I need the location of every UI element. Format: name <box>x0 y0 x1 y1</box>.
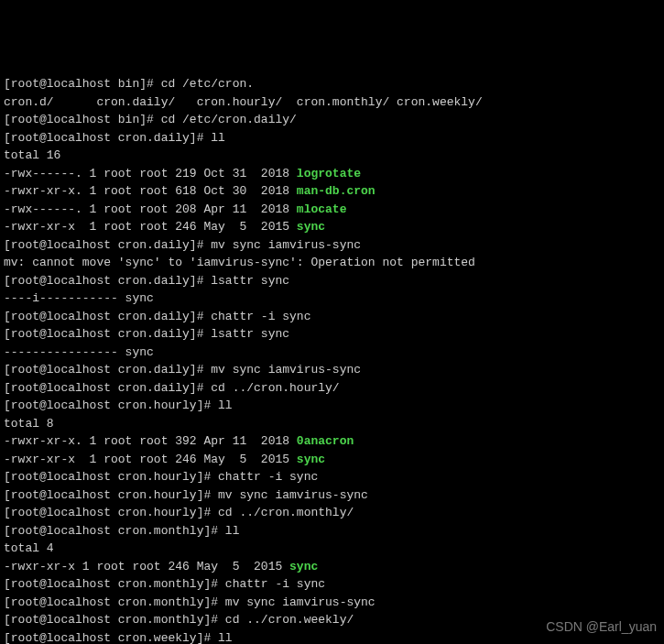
terminal-text: total 8 <box>4 417 54 431</box>
terminal-text: [root@localhost cron.monthly]# cd ../cro… <box>4 613 354 627</box>
terminal-text: [root@localhost cron.monthly]# chattr -i… <box>4 577 325 591</box>
terminal-text: -rwxr-xr-x 1 root root 246 May 5 2015 <box>4 453 297 466</box>
terminal-line: total 8 <box>4 415 660 433</box>
terminal-line: -rwx------. 1 root root 208 Apr 11 2018 … <box>4 201 660 219</box>
terminal-line: [root@localhost cron.hourly]# chattr -i … <box>4 468 660 486</box>
terminal-line: ---------------- sync <box>4 344 660 362</box>
terminal-text: [root@localhost cron.daily]# mv sync iam… <box>4 363 361 377</box>
terminal-line: [root@localhost cron.monthly]# ll <box>4 522 660 540</box>
filename-highlight: sync <box>297 453 325 466</box>
terminal-text: -rwx------. 1 root root 219 Oct 31 2018 <box>4 167 297 180</box>
terminal-line: -rwxr-xr-x 1 root root 246 May 5 2015 sy… <box>4 451 660 469</box>
terminal-line: -rwxr-xr-x 1 root root 246 May 5 2015 sy… <box>4 558 660 576</box>
terminal-line: [root@localhost cron.daily]# lsattr sync <box>4 272 660 290</box>
terminal-text: total 16 <box>4 148 60 162</box>
filename-highlight: sync <box>289 560 318 573</box>
terminal-text: [root@localhost cron.monthly]# mv sync i… <box>4 595 376 609</box>
terminal-line: cron.d/ cron.daily/ cron.hourly/ cron.mo… <box>4 93 660 112</box>
terminal-text: -rwx------. 1 root root 208 Apr 11 2018 <box>4 202 297 216</box>
terminal-text: [root@localhost bin]# cd /etc/cron. <box>4 77 254 91</box>
terminal-text: [root@localhost cron.hourly]# ll <box>4 398 233 412</box>
terminal-line: [root@localhost bin]# cd /etc/cron.daily… <box>4 111 660 129</box>
terminal-text: -rwxr-xr-x 1 root root 246 May 5 2015 <box>4 560 289 573</box>
terminal-line: ----i----------- sync <box>4 289 660 308</box>
terminal-text: -rwxr-xr-x. 1 root root 618 Oct 30 2018 <box>4 184 297 198</box>
terminal-text: [root@localhost cron.hourly]# mv sync ia… <box>4 488 368 502</box>
terminal-text: [root@localhost cron.daily]# cd ../cron.… <box>4 381 340 395</box>
terminal-text: -rwxr-xr-x 1 root root 246 May 5 2015 <box>4 220 297 234</box>
terminal-line: total 4 <box>4 540 660 558</box>
terminal-line: -rwxr-xr-x. 1 root root 392 Apr 11 2018 … <box>4 432 660 451</box>
terminal-text: [root@localhost cron.daily]# lsattr sync <box>4 327 289 341</box>
terminal-text: [root@localhost cron.daily]# mv sync iam… <box>4 238 361 252</box>
terminal-line: [root@localhost cron.monthly]# mv sync i… <box>4 594 660 612</box>
terminal-line: [root@localhost cron.daily]# ll <box>4 129 660 147</box>
filename-highlight: logrotate <box>297 167 361 180</box>
watermark: CSDN @Earl_yuan <box>546 617 657 637</box>
terminal-line: [root@localhost cron.daily]# chattr -i s… <box>4 308 660 326</box>
terminal-line: -rwxr-xr-x 1 root root 246 May 5 2015 sy… <box>4 218 660 236</box>
filename-highlight: 0anacron <box>297 434 354 448</box>
terminal-line: [root@localhost cron.daily]# mv sync iam… <box>4 361 660 379</box>
terminal-line: [root@localhost cron.hourly]# cd ../cron… <box>4 504 660 522</box>
terminal-text: [root@localhost bin]# cd /etc/cron.daily… <box>4 113 297 126</box>
terminal-line: [root@localhost cron.daily]# cd ../cron.… <box>4 379 660 398</box>
terminal-line: total 16 <box>4 147 660 165</box>
terminal-line: [root@localhost cron.daily]# mv sync iam… <box>4 236 660 255</box>
terminal-line: [root@localhost cron.hourly]# mv sync ia… <box>4 486 660 505</box>
terminal-text: total 4 <box>4 541 54 555</box>
terminal-text: -rwxr-xr-x. 1 root root 392 Apr 11 2018 <box>4 434 297 448</box>
terminal-line: -rwx------. 1 root root 219 Oct 31 2018 … <box>4 165 660 183</box>
terminal-text: [root@localhost cron.daily]# ll <box>4 131 225 145</box>
terminal-text: ----i----------- sync <box>4 291 154 305</box>
terminal-text: [root@localhost cron.daily]# lsattr sync <box>4 274 289 288</box>
terminal-text: [root@localhost cron.daily]# chattr -i s… <box>4 310 310 323</box>
terminal-text: cron.d/ cron.daily/ cron.hourly/ cron.mo… <box>4 95 483 109</box>
terminal-line: [root@localhost bin]# cd /etc/cron. <box>4 75 660 93</box>
filename-highlight: mlocate <box>297 202 347 216</box>
terminal-output[interactable]: [root@localhost bin]# cd /etc/cron.cron.… <box>4 75 660 644</box>
terminal-text: [root@localhost cron.hourly]# cd ../cron… <box>4 506 354 519</box>
terminal-line: -rwxr-xr-x. 1 root root 618 Oct 30 2018 … <box>4 182 660 201</box>
terminal-text: [root@localhost cron.monthly]# ll <box>4 524 239 538</box>
terminal-line: [root@localhost cron.monthly]# chattr -i… <box>4 575 660 594</box>
terminal-text: mv: cannot move 'sync' to 'iamvirus-sync… <box>4 256 475 269</box>
filename-highlight: sync <box>297 220 325 234</box>
terminal-text: [root@localhost cron.hourly]# chattr -i … <box>4 470 318 484</box>
terminal-line: [root@localhost cron.hourly]# ll <box>4 397 660 415</box>
terminal-line: mv: cannot move 'sync' to 'iamvirus-sync… <box>4 254 660 272</box>
filename-highlight: man-db.cron <box>297 184 376 198</box>
terminal-text: [root@localhost cron.weekly]# ll <box>4 631 233 645</box>
terminal-text: ---------------- sync <box>4 345 154 359</box>
terminal-line: [root@localhost cron.daily]# lsattr sync <box>4 325 660 344</box>
